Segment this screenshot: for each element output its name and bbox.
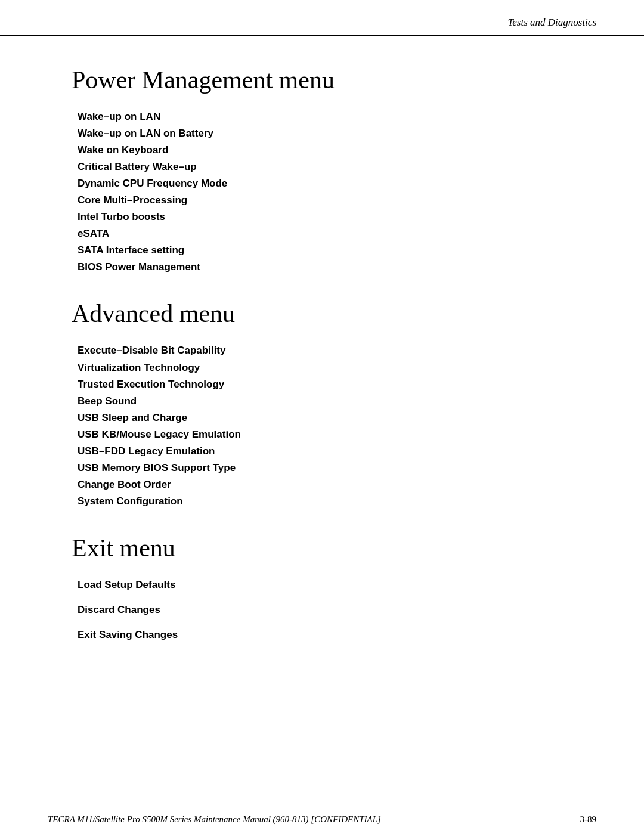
page-header: Tests and Diagnostics: [0, 0, 644, 36]
header-title: Tests and Diagnostics: [507, 17, 596, 29]
main-content: Power Management menu Wake–up on LAN Wak…: [0, 36, 644, 688]
advanced-title: Advanced menu: [72, 299, 572, 328]
footer-page-number: 3-89: [580, 815, 597, 825]
list-item: Intel Turbo boosts: [78, 209, 572, 225]
exit-list: Load Setup Defaults Discard Changes Exit…: [78, 577, 572, 643]
list-item: Core Multi–Processing: [78, 192, 572, 209]
page-container: Tests and Diagnostics Power Management m…: [0, 0, 644, 833]
list-item: Load Setup Defaults: [78, 577, 572, 593]
power-management-section: Power Management menu Wake–up on LAN Wak…: [72, 66, 572, 275]
list-item: Wake–up on LAN on Battery: [78, 125, 572, 142]
list-item: eSATA: [78, 225, 572, 242]
footer-left-text: TECRA M11/Satellite Pro S500M Series Mai…: [48, 815, 381, 825]
advanced-section: Advanced menu Execute–Disable Bit Capabi…: [72, 299, 572, 509]
list-item: Change Boot Order: [78, 476, 572, 493]
list-item: Beep Sound: [78, 393, 572, 410]
power-management-title: Power Management menu: [72, 66, 572, 94]
list-item: Discard Changes: [78, 602, 572, 618]
list-item: USB Sleep and Charge: [78, 410, 572, 426]
list-item: Execute–Disable Bit Capability: [78, 342, 572, 359]
list-item: Critical Battery Wake–up: [78, 159, 572, 175]
list-item: Trusted Execution Technology: [78, 376, 572, 393]
exit-title: Exit menu: [72, 534, 572, 562]
list-item: Exit Saving Changes: [78, 627, 572, 643]
list-item: Wake on Keyboard: [78, 142, 572, 159]
list-item: System Configuration: [78, 493, 572, 510]
list-item: Dynamic CPU Frequency Mode: [78, 175, 572, 192]
power-management-list: Wake–up on LAN Wake–up on LAN on Battery…: [78, 109, 572, 275]
list-item: USB–FDD Legacy Emulation: [78, 443, 572, 460]
page-footer: TECRA M11/Satellite Pro S500M Series Mai…: [0, 806, 644, 833]
exit-section: Exit menu Load Setup Defaults Discard Ch…: [72, 534, 572, 643]
list-item: Virtualization Technology: [78, 360, 572, 376]
list-item: BIOS Power Management: [78, 259, 572, 275]
list-item: USB KB/Mouse Legacy Emulation: [78, 426, 572, 443]
list-item: USB Memory BIOS Support Type: [78, 460, 572, 476]
list-item: SATA Interface setting: [78, 242, 572, 259]
list-item: Wake–up on LAN: [78, 109, 572, 125]
advanced-list: Execute–Disable Bit Capability Virtualiz…: [78, 342, 572, 509]
